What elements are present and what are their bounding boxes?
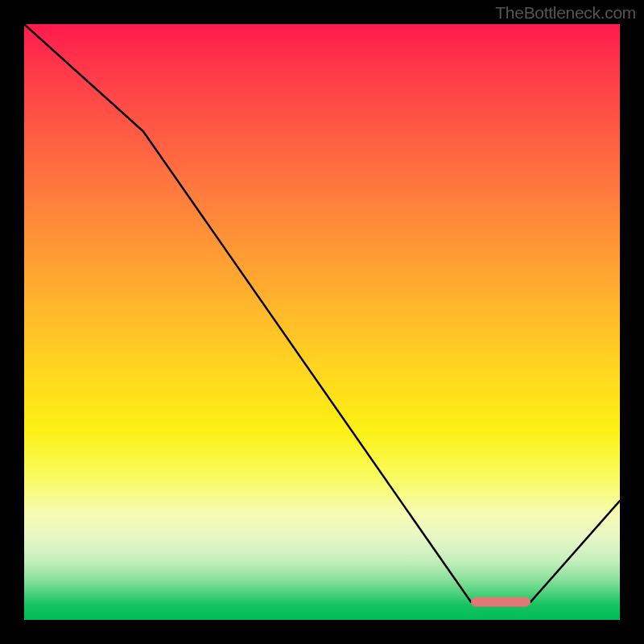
chart-container: TheBottleneck.com <box>0 0 644 644</box>
optimal-marker <box>471 597 530 607</box>
main-curve <box>24 24 620 602</box>
watermark-label: TheBottleneck.com <box>495 3 636 23</box>
curve-svg <box>24 24 620 620</box>
plot-area <box>24 24 620 620</box>
